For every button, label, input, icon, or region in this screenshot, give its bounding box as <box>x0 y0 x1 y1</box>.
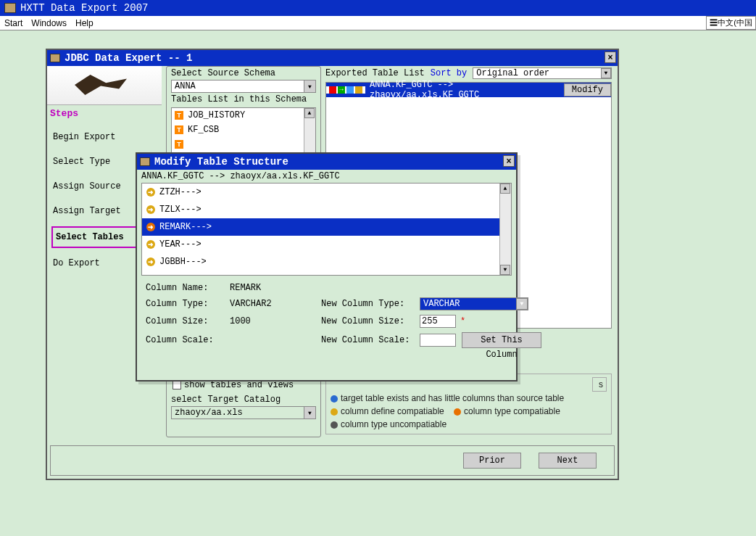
table-icon: T <box>175 140 183 149</box>
app-title: HXTT Data Export 2007 <box>20 2 148 14</box>
scrollbar[interactable]: ▲ ▼ <box>499 184 511 275</box>
column-row[interactable]: ➜YEAR---> <box>142 236 511 253</box>
schema-label: Select Source Schema <box>167 67 320 80</box>
table-row[interactable]: TKF_CSB <box>172 123 315 137</box>
schema-select[interactable]: ANNA ▼ <box>171 80 316 93</box>
sort-by-label: Sort by <box>431 68 467 78</box>
legend-row: target table exists and has little colum… <box>341 393 564 403</box>
modify-table-dialog: Modify Table Structure × ANNA.KF_GGTC --… <box>136 152 518 382</box>
steps-title: Steps <box>47 105 162 125</box>
col-name-value: REMARK <box>230 283 317 293</box>
table-row[interactable]: TJOB_HISTORY <box>172 108 315 123</box>
required-mark: * <box>460 316 465 326</box>
ime-badge[interactable]: ☰中文(中国 <box>706 16 756 30</box>
table-icon: T <box>175 125 183 134</box>
export-row[interactable]: → ANNA.KF_GGTC --> zhaoyx/aa.xls.KF_GGTC… <box>326 83 611 97</box>
java-cup-icon <box>50 54 60 62</box>
legend-col-def: column define compatiable <box>341 406 444 416</box>
show-tables-views-label: show tables and views <box>184 380 294 390</box>
table-row[interactable]: T <box>172 137 315 152</box>
chevron-down-icon[interactable]: ▼ <box>601 68 611 78</box>
eagle-logo <box>47 66 162 105</box>
status-icon <box>355 86 362 94</box>
compat-icon: ➜ <box>146 188 155 197</box>
chevron-down-icon[interactable]: ▼ <box>304 81 315 92</box>
step-begin-export[interactable]: Begin Export <box>47 125 162 149</box>
java-cup-icon <box>4 3 16 13</box>
status-icon <box>346 86 354 94</box>
modify-button[interactable]: Modify <box>564 83 611 96</box>
catalog-label: select Target Catalog <box>167 393 320 406</box>
new-col-scale-input[interactable] <box>420 334 456 347</box>
close-icon[interactable]: × <box>503 155 515 167</box>
sort-by-value: Original order <box>476 68 549 78</box>
jdbc-titlebar[interactable]: JDBC Data Expert -- 1 × <box>47 50 618 66</box>
export-row-text: ANNA.KF_GGTC --> zhaoyx/aa.xls.KF_GGTC <box>365 80 564 100</box>
dot-icon <box>331 408 338 416</box>
new-col-type-label: New Column Type: <box>321 299 415 309</box>
set-this-column-button[interactable]: Set This Column <box>462 332 541 348</box>
modify-table-titlebar[interactable]: Modify Table Structure × <box>137 154 516 170</box>
col-size-label: Column Size: <box>146 316 225 326</box>
scroll-up-icon[interactable]: ▲ <box>304 108 315 118</box>
checkbox-icon[interactable] <box>173 381 181 389</box>
legend-panel: s target table exists and has little col… <box>325 374 612 434</box>
jdbc-title: JDBC Data Expert -- 1 <box>65 52 192 64</box>
menubar: Start Windows Help <box>0 16 756 30</box>
new-col-scale-label: New Column Scale: <box>321 335 415 345</box>
compat-icon: ➜ <box>146 257 155 266</box>
tables-label: Tables List in this Schema <box>167 93 320 106</box>
column-row[interactable]: ➜JGBBH---> <box>142 253 511 271</box>
legend-col-type: column type compatiable <box>464 406 560 416</box>
catalog-value: zhaoyx/aa.xls <box>172 408 246 418</box>
scroll-down-icon[interactable]: ▼ <box>500 265 510 275</box>
chevron-down-icon[interactable]: ▼ <box>304 407 315 419</box>
col-type-label: Column Type: <box>146 299 225 309</box>
col-size-value: 1000 <box>230 316 317 326</box>
compat-icon: ➜ <box>146 240 155 249</box>
menu-start[interactable]: Start <box>4 18 22 28</box>
new-col-size-label: New Column Size: <box>321 316 415 326</box>
column-list[interactable]: ➜ZTZH---> ➜TZLX---> ➜REMARK---> ➜YEAR---… <box>141 183 512 276</box>
dot-icon <box>331 421 338 429</box>
prior-button[interactable]: Prior <box>463 453 521 469</box>
sort-by-select[interactable]: Original order ▼ <box>473 67 612 79</box>
dot-icon <box>454 408 461 416</box>
col-name-label: Column Name: <box>146 283 225 293</box>
new-col-type-value: VARCHAR <box>423 299 460 309</box>
column-row-selected[interactable]: ➜REMARK---> <box>142 218 511 236</box>
menu-help[interactable]: Help <box>75 18 94 28</box>
chevron-down-icon[interactable]: ▼ <box>516 298 528 310</box>
table-icon: T <box>175 111 183 120</box>
java-cup-icon <box>140 157 150 166</box>
new-col-type-select[interactable]: VARCHAR ▼ <box>420 297 528 310</box>
schema-value: ANNA <box>172 81 199 91</box>
col-type-value: VARCHAR2 <box>230 299 317 309</box>
modify-table-title: Modify Table Structure <box>154 156 288 168</box>
column-details: Column Name: REMARK Column Type: VARCHAR… <box>137 276 516 352</box>
compat-icon: ➜ <box>146 205 155 214</box>
app-titlebar: HXTT Data Export 2007 <box>0 0 756 16</box>
compat-icon: ➜ <box>146 223 155 231</box>
column-row[interactable]: ➜ZTZH---> <box>142 184 511 201</box>
close-icon[interactable]: × <box>605 51 616 63</box>
new-col-size-input[interactable] <box>420 315 456 328</box>
modify-table-subtitle: ANNA.KF_GGTC --> zhaoyx/aa.xls.KF_GGTC <box>137 170 516 183</box>
dot-icon <box>331 395 338 403</box>
remove-icon[interactable] <box>329 86 336 94</box>
menu-windows[interactable]: Windows <box>31 18 67 28</box>
column-row[interactable]: ➜TZLX---> <box>142 201 511 218</box>
catalog-select[interactable]: zhaoyx/aa.xls ▼ <box>171 406 316 419</box>
legend-col-uncomp: column type uncompatiable <box>341 419 446 429</box>
export-list-label: Exported Table List <box>325 68 425 78</box>
scroll-up-icon[interactable]: ▲ <box>500 184 510 194</box>
col-scale-label: Column Scale: <box>146 335 225 345</box>
legend-s: s <box>592 377 607 392</box>
next-button[interactable]: Next <box>539 453 597 469</box>
bottom-nav: Prior Next <box>50 445 615 476</box>
